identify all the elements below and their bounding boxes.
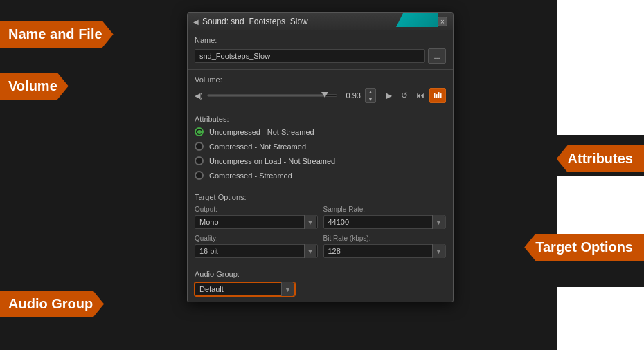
dialog-titlebar: ◀ Sound: snd_Footsteps_Slow × <box>188 13 453 30</box>
volume-fill <box>208 95 324 96</box>
dialog-title: ◀ Sound: snd_Footsteps_Slow <box>193 17 308 26</box>
name-input[interactable] <box>195 49 425 63</box>
radio-uncompressed[interactable]: Uncompressed - Not Streamed <box>195 127 446 136</box>
svg-rect-2 <box>438 92 440 98</box>
volume-field-label: Volume: <box>195 75 446 84</box>
mixer-icon <box>433 91 442 100</box>
name-file-section: Name and File <box>0 21 114 48</box>
sample-rate-field: Sample Rate: 44100 ▼ <box>323 205 447 229</box>
output-label: Output: <box>195 205 318 213</box>
volume-icon: ◀) <box>195 91 203 100</box>
radio-circle-compressed-not <box>195 142 204 151</box>
volume-slider[interactable] <box>207 94 337 97</box>
sample-rate-select[interactable]: 44100 <box>323 215 447 229</box>
target-grid: Output: Mono ▼ Sample Rate: 44100 ▼ <box>195 205 446 258</box>
dialog-arrow-icon: ◀ <box>193 18 199 26</box>
radio-label-uncompressed: Uncompressed - Not Streamed <box>209 128 314 136</box>
dialog-title-text: Sound: snd_Footsteps_Slow <box>202 17 308 26</box>
sidebar-left: Name and File Volume Audio Group <box>0 0 184 350</box>
bit-rate-label: Bit Rate (kbps): <box>323 234 447 242</box>
volume-up-button[interactable]: ▲ <box>366 89 375 95</box>
radio-compressed-not[interactable]: Compressed - Not Streamed <box>195 142 446 151</box>
sample-rate-select-wrapper: 44100 ▼ <box>323 215 447 229</box>
browse-button[interactable]: ... <box>428 48 446 64</box>
radio-dot-uncompressed <box>197 130 202 134</box>
right-box-bottom <box>557 287 644 350</box>
name-field-label: Name: <box>195 36 446 44</box>
attributes-radio-group: Uncompressed - Not Streamed Compressed -… <box>195 127 446 180</box>
volume-value: 0.93 <box>341 91 361 100</box>
audio-group-select-inner: Default ▼ <box>195 282 295 296</box>
output-select[interactable]: Mono <box>195 215 318 229</box>
volume-label: Volume <box>0 73 69 100</box>
bit-rate-select-wrapper: 128 ▼ <box>323 244 447 258</box>
radio-compressed-streamed[interactable]: Compressed - Streamed <box>195 171 446 180</box>
target-options-section: Target Options: Output: Mono ▼ Sample Ra… <box>188 187 453 264</box>
mixer-button[interactable] <box>429 88 446 103</box>
svg-rect-0 <box>434 93 436 98</box>
bit-rate-select[interactable]: 128 <box>323 244 447 258</box>
audio-group-dialog-label: Audio Group: <box>195 270 446 278</box>
name-row: ... <box>195 48 446 64</box>
attributes-label-text: Attributes: <box>195 115 446 123</box>
sample-rate-label: Sample Rate: <box>323 205 447 213</box>
svg-rect-1 <box>436 94 438 98</box>
volume-spinners: ▲ ▼ <box>365 88 376 103</box>
target-options-label-text: Target Options: <box>195 193 446 201</box>
radio-label-compressed-not: Compressed - Not Streamed <box>209 142 306 151</box>
volume-thumb <box>321 92 328 98</box>
play-button[interactable]: ▶ <box>382 89 395 102</box>
quality-field: Quality: 16 bit ▼ <box>195 234 318 258</box>
title-accent <box>396 13 438 27</box>
output-field: Output: Mono ▼ <box>195 205 318 229</box>
close-button[interactable]: × <box>438 17 447 26</box>
radio-circle-compressed-streamed <box>195 171 204 180</box>
name-section: Name: ... <box>188 30 453 70</box>
right-box-top <box>557 0 644 135</box>
quality-label: Quality: <box>195 234 318 242</box>
volume-section: Volume: ◀) 0.93 ▲ ▼ ▶ ↺ ⏮ <box>188 70 453 109</box>
sound-dialog: ◀ Sound: snd_Footsteps_Slow × Name: ... … <box>187 12 454 302</box>
svg-rect-3 <box>440 93 442 98</box>
radio-label-uncompress-load: Uncompress on Load - Not Streamed <box>209 157 335 165</box>
volume-row: ◀) 0.93 ▲ ▼ ▶ ↺ ⏮ <box>195 88 446 103</box>
radio-circle-uncompress-load <box>195 156 204 165</box>
bit-rate-field: Bit Rate (kbps): 128 ▼ <box>323 234 447 258</box>
radio-circle-uncompressed <box>195 127 204 136</box>
sidebar-right: Attributes Target Options <box>506 0 644 350</box>
quality-select[interactable]: 16 bit <box>195 244 318 258</box>
attributes-section: Attributes: Uncompressed - Not Streamed … <box>188 109 453 187</box>
audio-group-select[interactable]: Default <box>195 282 295 296</box>
target-options-label: Target Options <box>524 234 644 261</box>
quality-select-wrapper: 16 bit ▼ <box>195 244 318 258</box>
output-select-wrapper: Mono ▼ <box>195 215 318 229</box>
radio-uncompress-load[interactable]: Uncompress on Load - Not Streamed <box>195 156 446 165</box>
attributes-label: Attributes <box>557 145 644 172</box>
volume-section-label: Volume <box>0 73 69 100</box>
name-file-label: Name and File <box>0 21 114 48</box>
audio-group-select-wrapper: Default ▼ <box>195 282 295 296</box>
radio-label-compressed-streamed: Compressed - Streamed <box>209 172 292 180</box>
audio-group-section-label: Audio Group <box>0 291 104 317</box>
loop-button[interactable]: ↺ <box>397 89 411 102</box>
stop-button[interactable]: ⏮ <box>413 89 427 102</box>
playback-controls: ▶ ↺ ⏮ <box>382 88 446 103</box>
audio-group-label: Audio Group <box>0 291 104 317</box>
audio-group-dialog-section: Audio Group: Default ▼ <box>188 264 453 302</box>
volume-down-button[interactable]: ▼ <box>366 95 375 102</box>
